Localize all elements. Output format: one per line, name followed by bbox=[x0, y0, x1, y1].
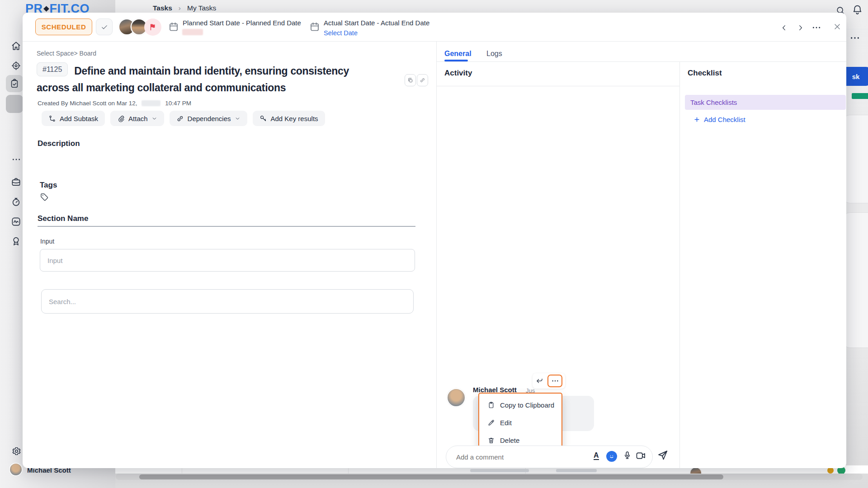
add-subtask-button[interactable]: Add Subtask bbox=[42, 111, 105, 126]
video-record-icon[interactable] bbox=[636, 451, 646, 460]
prev-task-button[interactable] bbox=[778, 21, 790, 34]
flag-icon bbox=[149, 23, 157, 31]
bg-green-bar bbox=[852, 93, 868, 99]
bg-yellow-dot bbox=[827, 467, 834, 474]
task-detail-modal: SCHEDULED Planned Start Date - Planned E… bbox=[23, 13, 846, 468]
comment-more-button[interactable] bbox=[547, 375, 562, 387]
dependencies-button[interactable]: Dependencies bbox=[170, 111, 247, 126]
chevron-down-icon bbox=[151, 116, 157, 122]
paperclip-icon bbox=[117, 115, 125, 122]
created-by-line: Created By Michael Scott on Mar 12, 10:4… bbox=[38, 100, 191, 107]
planned-dates-label[interactable]: Planned Start Date - Planned End Date bbox=[183, 19, 301, 27]
bg-text-fragment bbox=[556, 469, 597, 472]
menu-item-copy-to-clipboard[interactable]: Copy to Clipboard bbox=[487, 399, 556, 410]
select-date-link[interactable]: Select Date bbox=[324, 29, 358, 37]
check-icon bbox=[100, 23, 108, 31]
sidebar-more-icon[interactable] bbox=[12, 158, 21, 161]
section-divider bbox=[38, 226, 415, 227]
attach-button[interactable]: Attach bbox=[110, 111, 164, 126]
status-badge[interactable]: SCHEDULED bbox=[35, 19, 92, 35]
calendar-icon bbox=[309, 21, 320, 32]
copy-icon bbox=[407, 77, 413, 83]
created-time: 10:47 PM bbox=[165, 100, 191, 107]
section-name-heading: Section Name bbox=[38, 214, 88, 223]
tab-active-underline bbox=[444, 60, 468, 61]
created-by-text: Created By Michael Scott on Mar 12, bbox=[38, 100, 137, 107]
copy-task-button[interactable] bbox=[405, 74, 416, 86]
menu-item-delete[interactable]: Delete bbox=[487, 435, 556, 446]
sidebar-reports-icon[interactable] bbox=[11, 216, 21, 227]
tab-general[interactable]: General bbox=[444, 50, 472, 58]
breadcrumb-separator-icon: › bbox=[179, 4, 181, 12]
comment-author-avatar[interactable] bbox=[447, 388, 466, 407]
text-format-icon[interactable]: A bbox=[594, 451, 599, 460]
menu-item-edit[interactable]: Edit bbox=[487, 417, 556, 428]
created-year-redacted bbox=[142, 100, 160, 106]
bg-more-icon[interactable] bbox=[850, 36, 860, 40]
breadcrumb: Tasks › My Tasks bbox=[153, 4, 216, 12]
emoji-icon[interactable] bbox=[606, 451, 617, 462]
link-icon bbox=[176, 115, 184, 122]
title-block: #1125Define and maintain brand identity,… bbox=[37, 62, 373, 96]
sidebar-briefcase-icon[interactable] bbox=[11, 177, 21, 187]
bg-card bbox=[843, 115, 868, 203]
trash-icon bbox=[487, 436, 495, 444]
activity-divider bbox=[437, 86, 679, 86]
sidebar-home-icon[interactable] bbox=[11, 41, 21, 51]
chevron-down-icon bbox=[235, 116, 241, 122]
plus-icon bbox=[693, 116, 700, 123]
bottom-user-avatar[interactable] bbox=[9, 463, 23, 476]
activity-heading: Activity bbox=[444, 69, 472, 78]
input-field-wrap bbox=[40, 249, 415, 272]
key-icon bbox=[259, 115, 267, 122]
ellipsis-icon bbox=[552, 380, 559, 382]
clipboard-check-icon bbox=[9, 79, 19, 89]
sidebar-tasks-item[interactable] bbox=[6, 75, 23, 92]
horizontal-scrollbar-thumb[interactable] bbox=[139, 474, 723, 479]
sidebar-goals-icon[interactable] bbox=[11, 61, 21, 71]
comment-input[interactable] bbox=[446, 446, 582, 468]
send-comment-icon[interactable] bbox=[656, 449, 669, 461]
copy-link-button[interactable] bbox=[417, 74, 428, 86]
bg-card bbox=[843, 212, 868, 348]
priority-flag-button[interactable] bbox=[144, 19, 161, 36]
search-field-wrap bbox=[41, 289, 414, 314]
comment-hover-toolbar bbox=[533, 373, 565, 389]
search-input[interactable] bbox=[41, 289, 414, 314]
calendar-icon bbox=[168, 21, 179, 32]
input-field[interactable] bbox=[40, 249, 415, 272]
task-id-badge: #1125 bbox=[37, 62, 68, 76]
comment-context-menu: Copy to Clipboard Edit Delete bbox=[478, 393, 562, 452]
breadcrumb-my-tasks[interactable]: My Tasks bbox=[187, 4, 216, 12]
tags-heading: Tags bbox=[40, 181, 57, 190]
action-button-row: Add Subtask Attach Dependencies Add Key … bbox=[42, 111, 325, 126]
next-task-button[interactable] bbox=[794, 21, 807, 34]
settings-gear-icon[interactable] bbox=[12, 446, 21, 456]
tab-logs[interactable]: Logs bbox=[486, 50, 502, 58]
modal-more-button[interactable] bbox=[810, 21, 823, 34]
bg-text-fragment bbox=[470, 469, 529, 472]
close-modal-button[interactable] bbox=[831, 20, 844, 33]
pencil-icon bbox=[487, 419, 495, 427]
input-field-label: Input bbox=[40, 238, 54, 245]
comment-input-wrap bbox=[446, 446, 653, 468]
task-title[interactable]: Define and maintain brand identity, ensu… bbox=[37, 65, 349, 94]
task-checklists-chip[interactable]: Task Checklists bbox=[685, 95, 846, 110]
pane-divider bbox=[436, 42, 437, 468]
sidebar-selected-item[interactable] bbox=[6, 95, 23, 113]
bg-divider bbox=[846, 29, 868, 29]
sidebar-timer-icon[interactable] bbox=[11, 197, 21, 207]
space-breadcrumb[interactable]: Select Space> Board bbox=[37, 50, 96, 57]
add-key-results-button[interactable]: Add Key results bbox=[253, 111, 325, 126]
bell-icon[interactable] bbox=[852, 4, 863, 15]
reply-icon[interactable] bbox=[535, 377, 544, 385]
tag-icon[interactable] bbox=[40, 192, 49, 202]
actual-dates-label: Actual Start Date - Actual End Date bbox=[324, 19, 429, 27]
sidebar-award-icon[interactable] bbox=[11, 236, 21, 246]
breadcrumb-tasks[interactable]: Tasks bbox=[153, 4, 172, 12]
close-icon bbox=[833, 22, 842, 31]
subtask-icon bbox=[48, 115, 56, 122]
add-checklist-button[interactable]: Add Checklist bbox=[693, 116, 745, 123]
microphone-icon[interactable] bbox=[623, 450, 632, 460]
mark-complete-button[interactable] bbox=[96, 19, 113, 35]
